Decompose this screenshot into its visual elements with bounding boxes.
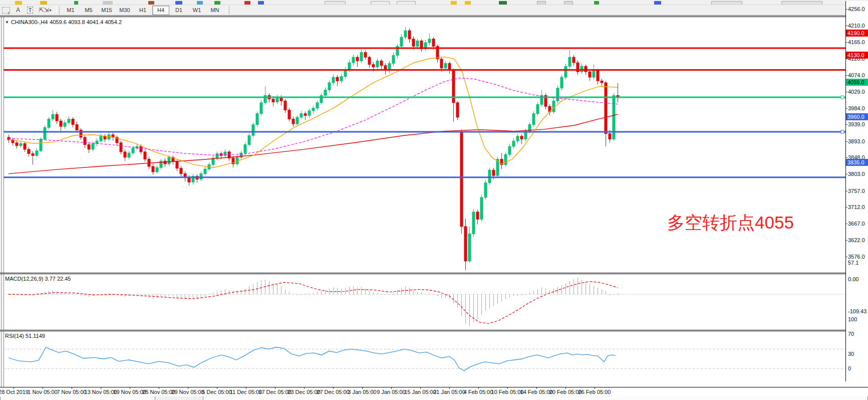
tf-button-h4[interactable]: H4	[152, 6, 169, 15]
date-tick-label: 13 Nov 05:00	[84, 389, 117, 395]
chart-toolbar: A T ⇱⇲ ▾ M1 M5 M15 M30 H1 H4 D1 W1 MN	[0, 5, 868, 16]
rsi-line	[9, 347, 616, 371]
price-tick-label: 4210.0	[848, 23, 865, 29]
rsi-indicator-label: RSI(14) 51.1149	[5, 333, 45, 339]
cut-toolbar-icon	[537, 1, 546, 5]
arrows-glyph: ⇱⇲	[39, 7, 49, 14]
price-tick-label: 4029.0	[848, 89, 865, 95]
date-tick-label: 15 Jan 05:00	[404, 389, 436, 395]
cut-toolbar-icon	[325, 1, 346, 5]
chart-window: ▼ CHINA300-,H4 4059.6 4093.8 4041.4 4054…	[0, 16, 868, 397]
cut-toolbar-icon	[103, 1, 113, 5]
tf-button-mn[interactable]: MN	[206, 6, 223, 15]
rsi-tick-label: 30	[848, 351, 854, 357]
cut-toolbar-icon	[175, 1, 182, 5]
price-tick-mark	[846, 42, 847, 43]
tf-button-m1[interactable]: M1	[62, 6, 79, 15]
cut-toolbar-icon	[654, 1, 661, 5]
date-tick-label: 19 Nov 05:00	[113, 389, 146, 395]
cut-toolbar-icon	[499, 1, 507, 5]
cut-toolbar-icon	[15, 1, 22, 5]
tf-button-w1[interactable]: W1	[188, 6, 205, 15]
text-label-icon[interactable]: A	[13, 6, 24, 15]
date-tick-label: 29 Nov 05:00	[171, 389, 204, 395]
price-tick-mark	[846, 26, 847, 26]
cut-main-toolbar	[0, 0, 868, 5]
chevron-down-icon[interactable]: ▾	[50, 8, 52, 13]
price-tick-mark	[846, 191, 847, 191]
price-tick-mark	[846, 59, 847, 59]
price-axis[interactable]: 4256.04210.04165.04120.04074.04029.03984…	[846, 1, 868, 380]
date-tick-label: 28 Oct 2019	[0, 389, 29, 395]
chart-dropdown-icon[interactable]: ▼	[5, 20, 9, 25]
date-axis[interactable]: 28 Oct 20191 Nov 05:007 Nov 05:0013 Nov …	[0, 387, 868, 396]
cut-tab	[0, 396, 155, 400]
moving-averages-layer	[9, 57, 618, 173]
date-tick-label: 17 Dec 05:00	[258, 389, 291, 395]
date-tick-label: 25 Nov 05:00	[142, 389, 175, 395]
cut-toolbar-icon	[74, 1, 78, 5]
panel-separator[interactable]	[0, 273, 868, 274]
price-tick-mark	[846, 141, 847, 142]
price-tick-label: 3939.0	[848, 121, 865, 127]
toolbar-separator	[56, 6, 60, 14]
cut-tab	[203, 396, 868, 400]
price-tick-mark	[846, 224, 847, 224]
cut-toolbar-icon	[148, 1, 154, 5]
chart-annotation-text[interactable]: 多空转折点4055	[667, 211, 794, 235]
arrow-objects-icon[interactable]: ⇱⇲ ▾	[37, 6, 54, 15]
price-tick-mark	[846, 124, 847, 125]
price-tick-label: 4256.0	[848, 6, 865, 12]
hline-handle[interactable]	[841, 130, 844, 133]
price-tick-mark	[846, 174, 847, 174]
tf-button-h1[interactable]: H1	[134, 6, 151, 15]
text-box-icon[interactable]: T	[25, 6, 36, 15]
tf-button-m30[interactable]: M30	[116, 6, 133, 15]
price-tick-label: 3622.0	[848, 237, 865, 243]
price-tick-mark	[846, 92, 847, 92]
price-tick-mark	[846, 257, 847, 257]
candles-layer	[8, 27, 619, 270]
tf-button-m15[interactable]: M15	[98, 6, 115, 15]
price-badge-3960: 3960.0	[846, 113, 868, 120]
tf-button-d1[interactable]: D1	[170, 6, 187, 15]
price-tick-label: 4165.0	[848, 39, 865, 45]
cut-toolbar-icon	[594, 1, 599, 5]
macd-tick-label: -109.43	[848, 308, 866, 314]
cut-toolbar-icon	[371, 1, 390, 5]
rsi-tick-label: 100	[848, 316, 857, 322]
hline-handle[interactable]	[841, 96, 844, 99]
price-tick-label: 3984.0	[848, 105, 865, 111]
cut-toolbar-icon	[197, 1, 203, 5]
rsi-panel[interactable]	[4, 331, 845, 387]
date-tick-label: 21 Jan 05:00	[433, 389, 465, 395]
date-tick-label: 10 Feb 05:00	[491, 389, 524, 395]
horizontal-lines-layer[interactable]	[4, 48, 845, 177]
mt4-terminal: { "toolbar": { "tools": { "text_a": "A",…	[0, 0, 868, 400]
price-tick-label: 4074.0	[848, 72, 865, 78]
date-tick-label: 20 Feb 05:00	[549, 389, 582, 395]
macd-histogram	[9, 278, 618, 326]
chart-symbol-header[interactable]: ▼ CHINA300-,H4 4059.6 4093.8 4041.4 4054…	[5, 19, 122, 25]
price-tick-label: 3757.0	[848, 188, 865, 194]
date-tick-label: 5 Dec 05:00	[202, 389, 231, 395]
macd-panel[interactable]	[4, 274, 845, 330]
date-tick-label: 3 Jan 05:00	[348, 389, 377, 395]
cut-toolbar-icon	[781, 1, 822, 5]
date-tick-label: 27 Dec 05:00	[317, 389, 349, 395]
macd-tick-label: 57.1	[848, 260, 858, 266]
price-badge-4130: 4130.0	[846, 52, 868, 59]
panel-separator[interactable]	[0, 330, 868, 331]
cut-toolbar-icon	[244, 1, 250, 5]
price-tick-mark	[846, 157, 847, 158]
date-tick-label: 4 Feb 05:00	[464, 389, 493, 395]
tf-button-m5[interactable]: M5	[80, 6, 97, 15]
chart-symbol-label: CHINA300-,H4	[11, 19, 48, 25]
price-tick-label: 3893.0	[848, 138, 865, 144]
date-tick-label: 9 Jan 05:00	[377, 389, 406, 395]
crosshair-grid-icon[interactable]	[1, 6, 12, 15]
rsi-tick-label: 0	[848, 365, 851, 371]
macd-signal-line	[9, 282, 618, 324]
cut-toolbar-icon	[40, 1, 47, 5]
price-tick-mark	[846, 207, 847, 208]
